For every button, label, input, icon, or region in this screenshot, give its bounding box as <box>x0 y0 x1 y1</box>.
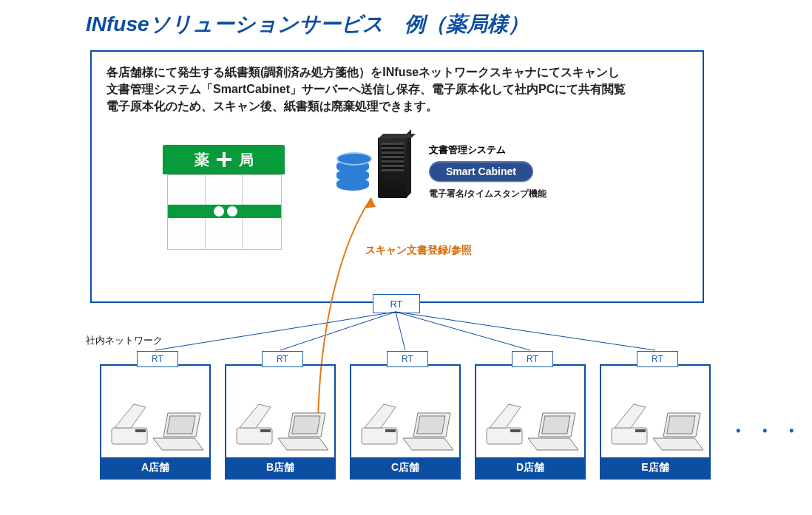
store-router: RT <box>262 351 303 367</box>
laptop-icon <box>527 412 580 453</box>
svg-marker-7 <box>115 404 146 428</box>
svg-line-0 <box>155 312 396 350</box>
scanner-icon <box>109 401 155 450</box>
store-label: D店舗 <box>476 457 584 478</box>
store-router: RT <box>137 351 178 367</box>
product-badge: Smart Cabinet <box>429 161 533 182</box>
store-e: RT E店舗 <box>600 364 711 480</box>
svg-marker-31 <box>615 404 646 428</box>
ellipsis: ・・・ <box>728 418 808 444</box>
svg-rect-14 <box>260 429 271 432</box>
desc-line-1: 各店舗様にて発生する紙書類(調剤済み処方箋他）をINfuseネットワークスキャナ… <box>106 66 620 78</box>
svg-line-1 <box>280 312 396 350</box>
svg-marker-25 <box>490 404 521 428</box>
svg-marker-28 <box>528 438 578 450</box>
svg-rect-17 <box>292 416 320 434</box>
laptop-icon <box>652 412 705 453</box>
central-router: RT <box>373 294 420 313</box>
svg-marker-19 <box>365 404 396 428</box>
pharmacy-icon: 薬 局 <box>163 145 285 256</box>
svg-rect-29 <box>542 416 570 434</box>
scan-flow-label: スキャン文書登録/参照 <box>365 244 472 257</box>
pharmacy-sign-right: 局 <box>239 150 254 170</box>
svg-line-2 <box>396 312 405 350</box>
svg-marker-13 <box>240 404 271 428</box>
store-router: RT <box>512 351 553 367</box>
store-label: E店舗 <box>601 457 709 478</box>
svg-rect-11 <box>167 416 195 434</box>
network-label: 社内ネットワーク <box>86 334 163 347</box>
desc-line-3: 電子原本化のため、スキャン後、紙書類は廃棄処理できます。 <box>106 100 438 112</box>
store-router: RT <box>637 351 678 367</box>
laptop-icon <box>402 412 455 453</box>
scanner-icon <box>484 401 530 450</box>
svg-marker-22 <box>403 438 453 450</box>
store-c: RT C店舗 <box>350 364 461 480</box>
system-labels: 文書管理システム Smart Cabinet 電子署名/タイムスタンプ機能 <box>429 143 547 200</box>
svg-rect-35 <box>667 416 695 434</box>
store-a: RT A店舗 <box>100 364 211 480</box>
store-d: RT D店舗 <box>475 364 586 480</box>
system-title: 文書管理システム <box>429 143 547 157</box>
laptop-icon <box>152 412 205 453</box>
page-title: INfuseソリューションサービス 例（薬局様） <box>86 10 529 38</box>
scanner-icon <box>609 401 654 450</box>
description: 各店舗様にて発生する紙書類(調剤済み処方箋他）をINfuseネットワークスキャナ… <box>106 64 688 115</box>
store-label: A店舗 <box>101 457 209 478</box>
svg-line-3 <box>396 312 530 350</box>
desc-line-2: 文書管理システム「SmartCabinet」サーバーへ送信し保存、電子原本化して… <box>106 83 626 95</box>
svg-line-4 <box>396 312 655 350</box>
svg-marker-16 <box>278 438 328 450</box>
svg-rect-23 <box>417 416 445 434</box>
database-icon <box>336 152 369 189</box>
scanner-icon <box>359 401 405 450</box>
scanner-icon <box>234 401 280 450</box>
svg-rect-8 <box>135 429 146 432</box>
store-router: RT <box>387 351 428 367</box>
svg-marker-10 <box>153 438 203 450</box>
laptop-icon <box>277 412 330 453</box>
svg-rect-20 <box>385 429 396 432</box>
svg-rect-26 <box>510 429 521 432</box>
svg-marker-34 <box>653 438 703 450</box>
store-label: C店舗 <box>351 457 459 478</box>
system-subtitle: 電子署名/タイムスタンプ機能 <box>429 188 547 200</box>
server-icon <box>336 137 425 204</box>
store-label: B店舗 <box>226 457 334 478</box>
store-b: RT B店舗 <box>225 364 336 480</box>
plus-icon <box>217 152 231 167</box>
pharmacy-sign-left: 薬 <box>194 150 209 170</box>
svg-rect-32 <box>635 429 646 432</box>
server-tower-icon <box>378 137 407 198</box>
